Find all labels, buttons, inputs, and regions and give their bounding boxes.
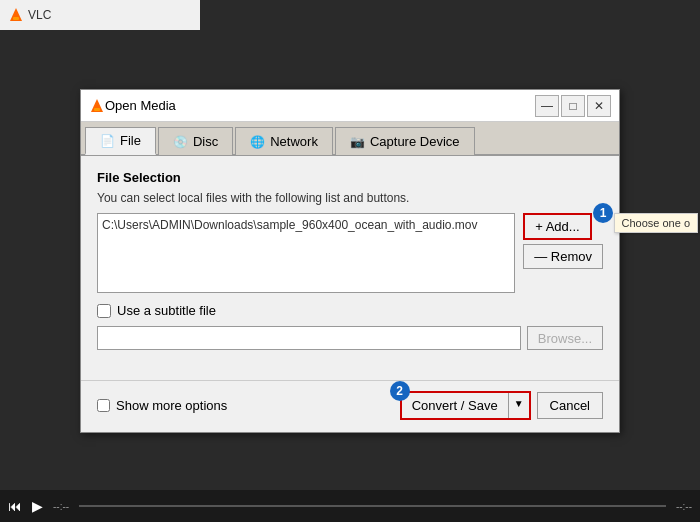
disc-tab-icon: 💿 [173,135,188,149]
badge-1: 1 [593,203,613,223]
tab-disc[interactable]: 💿 Disc [158,127,233,155]
subtitle-browse-row: Browse... [97,326,603,350]
file-tab-icon: 📄 [100,134,115,148]
tab-file[interactable]: 📄 File [85,127,156,155]
subtitle-input[interactable] [97,326,521,350]
subtitle-checkbox-label[interactable]: Use a subtitle file [117,303,216,318]
remove-button[interactable]: — Remov [523,244,603,269]
svg-rect-3 [94,108,100,111]
file-buttons: 1 + Add... + Add... Choose one o — Remov [523,213,603,293]
show-more-area: Show more options [97,398,400,413]
vlc-taskbar-hint: VLC [0,0,200,30]
tab-network-label: Network [270,134,318,149]
vlc-taskbar-label: VLC [28,8,51,22]
tooltip-hint: Choose one o [614,213,699,233]
svg-rect-1 [13,17,19,20]
footer-buttons: 2 Convert / Save ▼ Cancel [400,391,603,420]
tab-capture[interactable]: 📷 Capture Device [335,127,475,155]
cancel-button[interactable]: Cancel [537,392,603,419]
convert-save-button[interactable]: Convert / Save ▼ [400,391,531,420]
dialog-content: File Selection You can select local file… [81,156,619,380]
convert-btn-wrapper: 2 Convert / Save ▼ [400,391,531,420]
subtitle-row: Use a subtitle file [97,303,603,318]
dialog-footer: Show more options 2 Convert / Save ▼ Can… [81,380,619,432]
badge-2: 2 [390,381,410,401]
section-description: You can select local files with the foll… [97,191,603,205]
show-more-checkbox[interactable] [97,399,110,412]
file-area: C:\Users\ADMIN\Downloads\sample_960x400_… [97,213,603,293]
subtitle-checkbox[interactable] [97,304,111,318]
network-tab-icon: 🌐 [250,135,265,149]
convert-save-label: Convert / Save [402,393,508,418]
browse-button[interactable]: Browse... [527,326,603,350]
dialog-title: Open Media [105,98,535,113]
tab-network[interactable]: 🌐 Network [235,127,333,155]
minimize-button[interactable]: — [535,95,559,117]
convert-arrow-icon[interactable]: ▼ [508,393,529,418]
show-more-label[interactable]: Show more options [116,398,227,413]
vlc-title-icon [89,98,105,114]
maximize-button[interactable]: □ [561,95,585,117]
file-list[interactable]: C:\Users\ADMIN\Downloads\sample_960x400_… [97,213,515,293]
file-entry: C:\Users\ADMIN\Downloads\sample_960x400_… [102,218,478,232]
tab-disc-label: Disc [193,134,218,149]
section-title: File Selection [97,170,603,185]
add-btn-wrapper: 1 + Add... + Add... Choose one o [523,213,603,240]
capture-tab-icon: 📷 [350,135,365,149]
title-bar: Open Media — □ ✕ [81,90,619,122]
open-media-dialog: Open Media — □ ✕ 📄 File 💿 Disc 🌐 Network… [80,89,620,433]
vlc-controls-bar: ⏮ ▶ --:-- --:-- [0,490,700,522]
tab-file-label: File [120,133,141,148]
tab-capture-label: Capture Device [370,134,460,149]
window-controls: — □ ✕ [535,95,611,117]
close-button[interactable]: ✕ [587,95,611,117]
add-button[interactable]: + Add... [523,213,591,240]
tab-bar: 📄 File 💿 Disc 🌐 Network 📷 Capture Device [81,122,619,156]
